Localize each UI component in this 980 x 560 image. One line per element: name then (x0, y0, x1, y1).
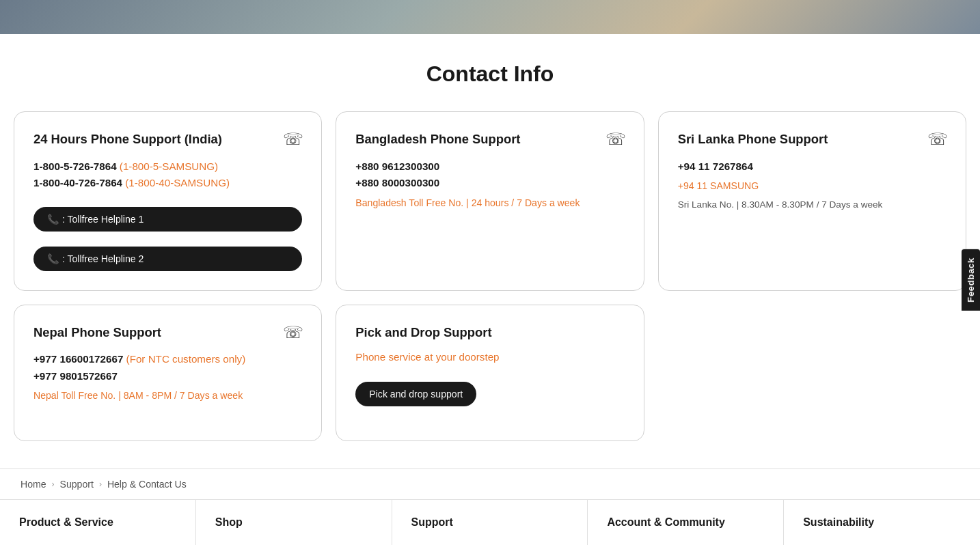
footer-col-product-service-title: Product & Service (19, 516, 176, 529)
srilanka-card: ☏ Sri Lanka Phone Support +94 11 7267864… (658, 111, 966, 291)
footer-col-sustainability-title: Sustainability (803, 516, 961, 529)
phone-icon-srilanka: ☏ (927, 130, 948, 149)
phone-icon-bangladesh: ☏ (605, 130, 626, 149)
tollfree-helpline-1-button[interactable]: 📞 : Tollfree Helpline 1 (33, 207, 302, 232)
breadcrumb-support[interactable]: Support (60, 479, 94, 490)
hero-image (0, 0, 980, 34)
srilanka-info: Sri Lanka No. | 8.30AM - 8.30PM / 7 Days… (678, 197, 947, 212)
pickdrop-card: Pick and Drop Support Phone service at y… (336, 305, 644, 441)
nepal-phone-1-alt: (For NTC customers only) (126, 353, 246, 365)
srilanka-phone-2-orange: +94 11 SAMSUNG (678, 179, 947, 193)
india-phone-1-alt: (1-800-5-SAMSUNG) (120, 160, 218, 172)
india-card: ☏ 24 Hours Phone Support (India) 1-800-5… (14, 111, 322, 291)
breadcrumb-bar: Home › Support › Help & Contact Us (0, 468, 980, 499)
footer-col-shop: Shop (196, 500, 392, 545)
footer-col-sustainability: Sustainability (784, 500, 980, 545)
breadcrumb-sep-1: › (52, 479, 55, 489)
footer-col-product-service: Product & Service (0, 500, 196, 545)
pickdrop-doorstep-text: Phone service at your doorstep (355, 351, 624, 363)
india-btn-group: 📞 : Tollfree Helpline 1 📞 : Tollfree Hel… (33, 199, 302, 271)
bangladesh-card-title: Bangladesh Phone Support (355, 131, 624, 148)
bangladesh-info: Bangladesh Toll Free No. | 24 hours / 7 … (355, 196, 624, 210)
srilanka-card-title: Sri Lanka Phone Support (678, 131, 947, 148)
pick-and-drop-support-button[interactable]: Pick and drop support (355, 382, 476, 406)
breadcrumb: Home › Support › Help & Contact Us (21, 479, 959, 490)
srilanka-phone-1: +94 11 7267864 (678, 158, 947, 175)
breadcrumb-sep-2: › (99, 479, 102, 489)
nepal-card: ☏ Nepal Phone Support +977 16600172667 (… (14, 305, 322, 441)
contact-title: Contact Info (14, 61, 966, 87)
india-phone-2: 1-800-40-726-7864 (1-800-40-SAMSUNG) (33, 175, 302, 191)
footer-nav: Product & Service Shop Support Account &… (0, 499, 980, 545)
india-phone-2-alt: (1-800-40-SAMSUNG) (125, 177, 230, 188)
india-card-title: 24 Hours Phone Support (India) (33, 131, 302, 148)
breadcrumb-current: Help & Contact Us (107, 479, 187, 490)
pickdrop-card-title: Pick and Drop Support (355, 324, 624, 341)
footer-col-support-title: Support (411, 516, 569, 529)
phone-icon-nepal: ☏ (283, 323, 303, 342)
breadcrumb-home[interactable]: Home (21, 479, 46, 490)
bangladesh-phone-2: +880 8000300300 (355, 175, 624, 191)
footer-col-shop-title: Shop (215, 516, 372, 529)
cards-row-2: ☏ Nepal Phone Support +977 16600172667 (… (14, 305, 966, 441)
nepal-phone-2: +977 9801572667 (33, 368, 302, 384)
footer-col-support: Support (392, 500, 588, 545)
bangladesh-card: ☏ Bangladesh Phone Support +880 96123003… (336, 111, 644, 291)
nepal-card-title: Nepal Phone Support (33, 324, 302, 341)
india-phone-1: 1-800-5-726-7864 (1-800-5-SAMSUNG) (33, 158, 302, 175)
tollfree-helpline-2-button[interactable]: 📞 : Tollfree Helpline 2 (33, 247, 302, 271)
footer-col-account-community-title: Account & Community (607, 516, 764, 529)
nepal-info: Nepal Toll Free No. | 8AM - 8PM / 7 Days… (33, 389, 302, 403)
cards-row-1: ☏ 24 Hours Phone Support (India) 1-800-5… (14, 111, 966, 291)
phone-icon: ☏ (283, 130, 303, 149)
footer-col-account-community: Account & Community (588, 500, 784, 545)
nepal-phone-1: +977 16600172667 (For NTC customers only… (33, 351, 302, 367)
empty-card (658, 305, 966, 441)
contact-section: Contact Info ☏ 24 Hours Phone Support (I… (0, 34, 980, 468)
feedback-tab[interactable]: Feedback (962, 249, 980, 311)
bangladesh-phone-1: +880 9612300300 (355, 158, 624, 175)
